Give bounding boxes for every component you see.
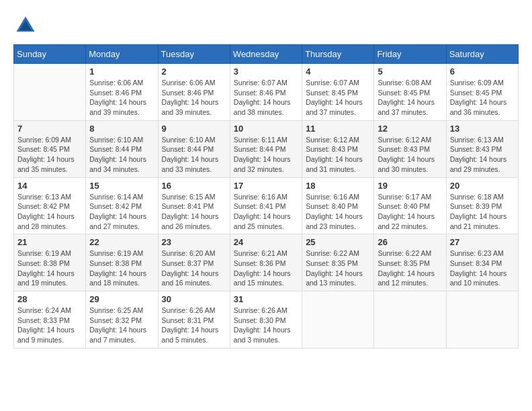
generalblue-logo-icon bbox=[13, 13, 38, 38]
day-number: 30 bbox=[162, 294, 226, 304]
day-info: Sunrise: 6:22 AM Sunset: 8:35 PM Dayligh… bbox=[378, 248, 442, 288]
calendar-cell: 27Sunrise: 6:23 AM Sunset: 8:34 PM Dayli… bbox=[446, 234, 518, 291]
day-number: 16 bbox=[162, 181, 226, 191]
calendar-cell: 4Sunrise: 6:07 AM Sunset: 8:45 PM Daylig… bbox=[302, 64, 374, 121]
day-number: 22 bbox=[89, 237, 154, 247]
day-number: 21 bbox=[17, 237, 82, 247]
day-info: Sunrise: 6:10 AM Sunset: 8:44 PM Dayligh… bbox=[162, 135, 226, 175]
weekday-header: Friday bbox=[374, 45, 446, 64]
day-number: 17 bbox=[234, 181, 298, 191]
calendar-cell: 26Sunrise: 6:22 AM Sunset: 8:35 PM Dayli… bbox=[374, 234, 446, 291]
calendar-cell bbox=[374, 291, 446, 349]
calendar-cell: 31Sunrise: 6:26 AM Sunset: 8:30 PM Dayli… bbox=[230, 291, 302, 349]
day-number: 2 bbox=[162, 66, 226, 77]
day-number: 6 bbox=[450, 66, 515, 77]
day-number: 12 bbox=[378, 124, 442, 134]
calendar-header-row: SundayMondayTuesdayWednesdayThursdayFrid… bbox=[14, 45, 519, 64]
weekday-header: Sunday bbox=[14, 45, 86, 64]
calendar-cell: 22Sunrise: 6:19 AM Sunset: 8:38 PM Dayli… bbox=[86, 234, 158, 291]
calendar-cell: 12Sunrise: 6:12 AM Sunset: 8:43 PM Dayli… bbox=[374, 120, 446, 177]
calendar-week-row: 28Sunrise: 6:24 AM Sunset: 8:33 PM Dayli… bbox=[14, 291, 519, 349]
calendar-cell: 17Sunrise: 6:16 AM Sunset: 8:41 PM Dayli… bbox=[230, 177, 302, 234]
weekday-header: Tuesday bbox=[158, 45, 230, 64]
day-info: Sunrise: 6:09 AM Sunset: 8:45 PM Dayligh… bbox=[450, 78, 515, 118]
day-info: Sunrise: 6:23 AM Sunset: 8:34 PM Dayligh… bbox=[450, 248, 515, 288]
calendar-week-row: 7Sunrise: 6:09 AM Sunset: 8:45 PM Daylig… bbox=[14, 120, 519, 177]
day-number: 5 bbox=[378, 66, 442, 77]
weekday-header: Thursday bbox=[302, 45, 374, 64]
calendar-cell: 10Sunrise: 6:11 AM Sunset: 8:44 PM Dayli… bbox=[230, 120, 302, 177]
calendar-cell: 11Sunrise: 6:12 AM Sunset: 8:43 PM Dayli… bbox=[302, 120, 374, 177]
day-info: Sunrise: 6:17 AM Sunset: 8:40 PM Dayligh… bbox=[378, 192, 442, 232]
calendar-cell: 5Sunrise: 6:08 AM Sunset: 8:45 PM Daylig… bbox=[374, 64, 446, 121]
day-number: 24 bbox=[234, 237, 298, 247]
calendar-cell bbox=[302, 291, 374, 349]
calendar-cell: 28Sunrise: 6:24 AM Sunset: 8:33 PM Dayli… bbox=[14, 291, 86, 349]
day-info: Sunrise: 6:12 AM Sunset: 8:43 PM Dayligh… bbox=[378, 135, 442, 175]
calendar-table: SundayMondayTuesdayWednesdayThursdayFrid… bbox=[13, 44, 519, 349]
calendar-body: 1Sunrise: 6:06 AM Sunset: 8:46 PM Daylig… bbox=[14, 64, 519, 349]
day-info: Sunrise: 6:18 AM Sunset: 8:39 PM Dayligh… bbox=[450, 192, 515, 232]
calendar-cell: 21Sunrise: 6:19 AM Sunset: 8:38 PM Dayli… bbox=[14, 234, 86, 291]
calendar-week-row: 1Sunrise: 6:06 AM Sunset: 8:46 PM Daylig… bbox=[14, 64, 519, 121]
calendar-cell: 8Sunrise: 6:10 AM Sunset: 8:44 PM Daylig… bbox=[86, 120, 158, 177]
calendar-week-row: 21Sunrise: 6:19 AM Sunset: 8:38 PM Dayli… bbox=[14, 234, 519, 291]
calendar-cell: 29Sunrise: 6:25 AM Sunset: 8:32 PM Dayli… bbox=[86, 291, 158, 349]
calendar-cell: 30Sunrise: 6:26 AM Sunset: 8:31 PM Dayli… bbox=[158, 291, 230, 349]
day-number: 7 bbox=[17, 124, 82, 134]
calendar-cell: 16Sunrise: 6:15 AM Sunset: 8:41 PM Dayli… bbox=[158, 177, 230, 234]
calendar-cell: 6Sunrise: 6:09 AM Sunset: 8:45 PM Daylig… bbox=[446, 64, 518, 121]
day-number: 4 bbox=[306, 66, 370, 77]
day-number: 11 bbox=[306, 124, 370, 134]
day-info: Sunrise: 6:07 AM Sunset: 8:46 PM Dayligh… bbox=[234, 78, 298, 118]
calendar-cell: 9Sunrise: 6:10 AM Sunset: 8:44 PM Daylig… bbox=[158, 120, 230, 177]
calendar-week-row: 14Sunrise: 6:13 AM Sunset: 8:42 PM Dayli… bbox=[14, 177, 519, 234]
day-number: 18 bbox=[306, 181, 370, 191]
day-number: 3 bbox=[234, 66, 298, 77]
day-info: Sunrise: 6:22 AM Sunset: 8:35 PM Dayligh… bbox=[306, 248, 370, 288]
day-number: 14 bbox=[17, 181, 82, 191]
day-info: Sunrise: 6:24 AM Sunset: 8:33 PM Dayligh… bbox=[17, 306, 82, 345]
day-info: Sunrise: 6:12 AM Sunset: 8:43 PM Dayligh… bbox=[306, 135, 370, 175]
calendar-cell: 19Sunrise: 6:17 AM Sunset: 8:40 PM Dayli… bbox=[374, 177, 446, 234]
calendar-cell: 1Sunrise: 6:06 AM Sunset: 8:46 PM Daylig… bbox=[86, 64, 158, 121]
day-info: Sunrise: 6:16 AM Sunset: 8:41 PM Dayligh… bbox=[234, 192, 298, 232]
weekday-header: Wednesday bbox=[230, 45, 302, 64]
calendar-cell: 14Sunrise: 6:13 AM Sunset: 8:42 PM Dayli… bbox=[14, 177, 86, 234]
day-number: 1 bbox=[89, 66, 154, 77]
day-info: Sunrise: 6:26 AM Sunset: 8:31 PM Dayligh… bbox=[162, 306, 226, 345]
weekday-header: Saturday bbox=[446, 45, 518, 64]
day-number: 19 bbox=[378, 181, 442, 191]
calendar-cell: 18Sunrise: 6:16 AM Sunset: 8:40 PM Dayli… bbox=[302, 177, 374, 234]
calendar-cell: 7Sunrise: 6:09 AM Sunset: 8:45 PM Daylig… bbox=[14, 120, 86, 177]
day-number: 9 bbox=[162, 124, 226, 134]
calendar-cell bbox=[446, 291, 518, 349]
day-info: Sunrise: 6:06 AM Sunset: 8:46 PM Dayligh… bbox=[89, 78, 154, 118]
calendar-cell: 20Sunrise: 6:18 AM Sunset: 8:39 PM Dayli… bbox=[446, 177, 518, 234]
calendar-cell: 2Sunrise: 6:06 AM Sunset: 8:46 PM Daylig… bbox=[158, 64, 230, 121]
day-info: Sunrise: 6:16 AM Sunset: 8:40 PM Dayligh… bbox=[306, 192, 370, 232]
calendar-cell: 24Sunrise: 6:21 AM Sunset: 8:36 PM Dayli… bbox=[230, 234, 302, 291]
day-info: Sunrise: 6:11 AM Sunset: 8:44 PM Dayligh… bbox=[234, 135, 298, 175]
day-number: 25 bbox=[306, 237, 370, 247]
day-info: Sunrise: 6:15 AM Sunset: 8:41 PM Dayligh… bbox=[162, 192, 226, 232]
day-info: Sunrise: 6:21 AM Sunset: 8:36 PM Dayligh… bbox=[234, 248, 298, 288]
page-header bbox=[13, 13, 519, 38]
day-number: 28 bbox=[17, 294, 82, 304]
day-number: 15 bbox=[89, 181, 154, 191]
day-info: Sunrise: 6:19 AM Sunset: 8:38 PM Dayligh… bbox=[17, 248, 82, 288]
logo bbox=[13, 13, 40, 38]
day-info: Sunrise: 6:09 AM Sunset: 8:45 PM Dayligh… bbox=[17, 135, 82, 175]
calendar-cell: 3Sunrise: 6:07 AM Sunset: 8:46 PM Daylig… bbox=[230, 64, 302, 121]
day-number: 31 bbox=[234, 294, 298, 304]
day-number: 10 bbox=[234, 124, 298, 134]
day-info: Sunrise: 6:07 AM Sunset: 8:45 PM Dayligh… bbox=[306, 78, 370, 118]
day-info: Sunrise: 6:10 AM Sunset: 8:44 PM Dayligh… bbox=[89, 135, 154, 175]
day-info: Sunrise: 6:13 AM Sunset: 8:43 PM Dayligh… bbox=[450, 135, 515, 175]
day-info: Sunrise: 6:13 AM Sunset: 8:42 PM Dayligh… bbox=[17, 192, 82, 232]
day-number: 26 bbox=[378, 237, 442, 247]
day-number: 27 bbox=[450, 237, 515, 247]
calendar-cell: 15Sunrise: 6:14 AM Sunset: 8:42 PM Dayli… bbox=[86, 177, 158, 234]
day-info: Sunrise: 6:06 AM Sunset: 8:46 PM Dayligh… bbox=[162, 78, 226, 118]
day-number: 20 bbox=[450, 181, 515, 191]
